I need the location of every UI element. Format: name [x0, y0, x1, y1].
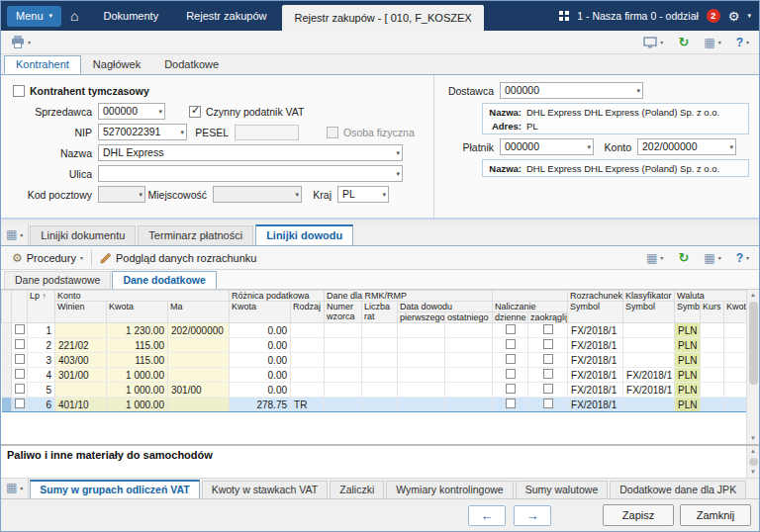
col-waluta-kwota[interactable]: Kwota: [724, 302, 746, 323]
col-klasyfikator-symbol[interactable]: Symbol: [623, 302, 675, 323]
col-data-ostatniego[interactable]: ostatniego: [445, 312, 493, 323]
cell-liczba-rat[interactable]: [362, 353, 398, 368]
row-indicator[interactable]: [2, 398, 12, 412]
cell-data-ostatniego[interactable]: [445, 383, 493, 398]
cell-roznica-kwota[interactable]: 0.00: [230, 353, 291, 368]
zaokraglij-checkbox[interactable]: [543, 399, 553, 408]
tab-zaliczki[interactable]: Zaliczki: [330, 481, 384, 498]
cell-rodzaj[interactable]: [291, 323, 325, 338]
colgroup-waluta[interactable]: Waluta: [675, 291, 746, 302]
cell-kwota[interactable]: 1 000.00: [107, 368, 168, 383]
cell-waluta-symbol[interactable]: PLN: [675, 323, 701, 338]
cell-roznica-kwota[interactable]: 0.00: [230, 368, 291, 383]
cell-waluta-kwota[interactable]: [724, 383, 746, 398]
cell-liczba-rat[interactable]: [362, 368, 398, 383]
colgroup-naliczanie[interactable]: Naliczanie: [493, 302, 568, 312]
cell-data-ostatniego[interactable]: [445, 338, 493, 353]
scroll-up-icon[interactable]: ▲: [750, 446, 756, 457]
columns-button[interactable]: ▦▾: [642, 249, 667, 267]
colgroup-konto[interactable]: Konto: [55, 291, 230, 302]
cell-waluta-symbol[interactable]: PLN: [675, 353, 701, 368]
row-indicator[interactable]: [2, 353, 12, 368]
company-selector[interactable]: 1 - Nasza firma 0 - oddział: [577, 10, 699, 22]
cell-liczba-rat[interactable]: [362, 398, 398, 412]
dostawca-combo[interactable]: 000000▾: [500, 82, 643, 99]
prev-record-button[interactable]: ←: [468, 505, 506, 526]
konto-combo[interactable]: 202/000000▾: [637, 138, 736, 155]
col-dzienne[interactable]: dzienne: [493, 312, 528, 323]
cell-ma[interactable]: 202/000000: [168, 323, 230, 338]
cell-waluta-kwota[interactable]: [724, 353, 746, 368]
cell-data-ostatniego[interactable]: [445, 353, 493, 368]
cell-rozrachunek-symbol[interactable]: FX/2018/1: [568, 323, 623, 338]
row-indicator[interactable]: [2, 323, 12, 338]
cell-kwota[interactable]: 1 000.00: [107, 398, 168, 412]
cell-kurs[interactable]: [701, 323, 724, 338]
scroll-up-icon[interactable]: ▲: [750, 290, 756, 301]
cell-rozrachunek-symbol[interactable]: FX/2018/1: [568, 368, 623, 383]
col-ma[interactable]: Ma: [168, 302, 230, 323]
kod-pocztowy-combo[interactable]: ▾: [98, 186, 145, 203]
ulica-combo[interactable]: ▾: [98, 165, 403, 182]
settings-gear-icon[interactable]: ⚙: [728, 9, 740, 24]
cell-rodzaj[interactable]: [291, 368, 325, 383]
chevron-down-icon[interactable]: ▾: [747, 12, 751, 20]
grid-row[interactable]: 4301/001 000.000.00FX/2018/1FX/2018/1PLN: [2, 368, 747, 383]
pesel-input[interactable]: [235, 125, 299, 140]
col-zaokraglij[interactable]: zaokrąglij: [528, 312, 568, 323]
cell-klasyfikator-symbol[interactable]: [623, 323, 675, 338]
platnik-combo[interactable]: 000000▾: [500, 138, 594, 155]
tab-kwoty-stawki-vat[interactable]: Kwoty w stawkach VAT: [202, 481, 329, 498]
miejscowosc-combo[interactable]: ▾: [213, 186, 302, 203]
help-button[interactable]: ?▾: [732, 249, 753, 267]
nav-rejestr-zakupow[interactable]: Rejestr zakupów: [172, 1, 280, 31]
view-selector-button[interactable]: ▦▾: [1, 223, 29, 245]
cell-lp[interactable]: 3: [28, 353, 55, 368]
cell-waluta-kwota[interactable]: [724, 368, 746, 383]
view-selector-button[interactable]: ▦▾: [1, 477, 29, 498]
close-button[interactable]: Zamknij: [680, 504, 751, 526]
cell-numer-wzorca[interactable]: [325, 383, 362, 398]
cell-ma[interactable]: [168, 353, 230, 368]
scrollbar-thumb[interactable]: [749, 302, 758, 385]
sprzedawca-combo[interactable]: 000000▾: [98, 103, 165, 120]
cell-kurs[interactable]: [701, 353, 724, 368]
cell-winien[interactable]: 301/00: [55, 368, 107, 383]
modules-grid-icon[interactable]: [559, 11, 569, 21]
cell-lp[interactable]: 5: [28, 383, 55, 398]
cell-data-pierwszego[interactable]: [398, 398, 445, 412]
row-select-checkbox[interactable]: [15, 399, 25, 408]
cell-kurs[interactable]: [701, 368, 724, 383]
row-indicator[interactable]: [2, 383, 12, 398]
cell-rodzaj[interactable]: [291, 383, 325, 398]
cell-winien[interactable]: 401/10: [55, 398, 107, 412]
cell-winien[interactable]: [55, 383, 107, 398]
cell-lp[interactable]: 6: [28, 398, 55, 412]
zaokraglij-checkbox[interactable]: [543, 384, 553, 394]
cell-lp[interactable]: 1: [28, 323, 55, 338]
osoba-fizyczna-checkbox[interactable]: [327, 127, 338, 138]
cell-klasyfikator-symbol[interactable]: [623, 353, 675, 368]
col-waluta-symbol[interactable]: Symbol: [675, 302, 701, 323]
tab-wymiary-kontrolingowe[interactable]: Wymiary kontrolingowe: [386, 481, 513, 498]
refresh-button[interactable]: ↻: [674, 248, 693, 267]
cell-data-pierwszego[interactable]: [398, 323, 445, 338]
cell-waluta-symbol[interactable]: PLN: [675, 368, 701, 383]
row-indicator[interactable]: [2, 368, 12, 383]
grid-row[interactable]: 6401/101 000.00278.75TRFX/2018/1PLN: [2, 398, 747, 412]
grid-row[interactable]: 11 230.00202/0000000.00FX/2018/1PLN: [2, 323, 747, 338]
grid-row[interactable]: 2221/02115.000.00FX/2018/1PLN: [2, 338, 747, 353]
cell-kurs[interactable]: [701, 398, 724, 412]
cell-data-ostatniego[interactable]: [445, 398, 493, 412]
czynny-vat-checkbox[interactable]: [189, 106, 201, 118]
save-button[interactable]: Zapisz: [603, 504, 674, 526]
tab-dodatkowe-jpk[interactable]: Dodatkowe dane dla JPK: [610, 481, 746, 498]
col-winien[interactable]: Winien: [55, 302, 107, 323]
tab-terminarz-platnosci[interactable]: Terminarz płatności: [138, 225, 253, 245]
dzienne-checkbox[interactable]: [506, 384, 516, 394]
cell-kurs[interactable]: [701, 338, 724, 353]
kontrahent-tymczasowy-checkbox[interactable]: [13, 85, 25, 97]
next-record-button[interactable]: →: [514, 505, 551, 526]
notification-badge[interactable]: 2: [707, 9, 720, 23]
cell-winien[interactable]: 403/00: [55, 353, 107, 368]
